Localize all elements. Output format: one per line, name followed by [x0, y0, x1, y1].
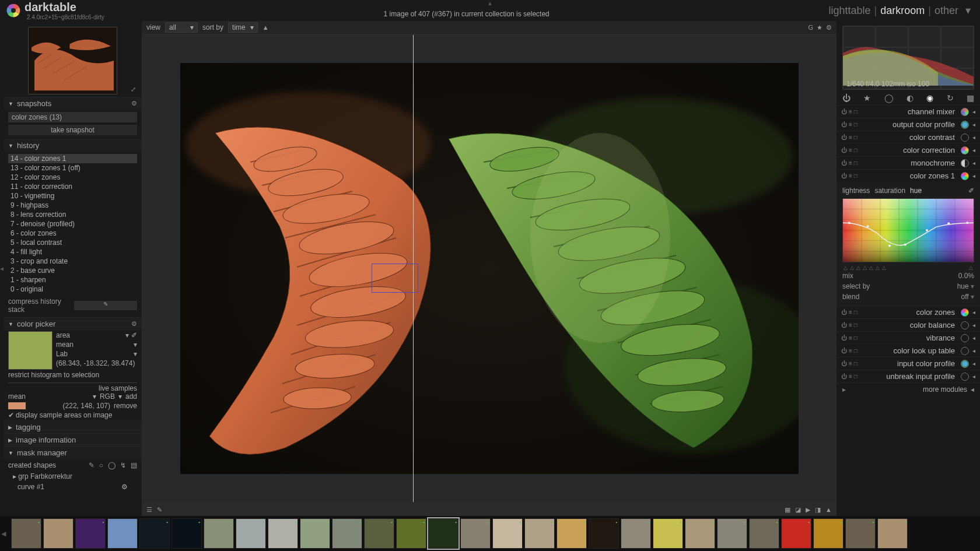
module-multi-icon[interactable]: ≡: [849, 134, 852, 141]
compress-history-button[interactable]: compress history stack: [8, 297, 72, 314]
module-switch-icon[interactable]: ⏻: [841, 147, 847, 153]
color-assessment-icon[interactable]: ▦: [785, 506, 790, 514]
modgroup-effect-icon[interactable]: ▦: [967, 93, 974, 103]
mask-manager-toggle[interactable]: ▼: [8, 450, 13, 456]
module-switch-icon[interactable]: ⏻: [841, 348, 847, 354]
filmstrip-thumb[interactable]: •: [75, 518, 106, 549]
add-sample-button[interactable]: add: [125, 392, 137, 401]
raw-overexposed-icon[interactable]: ◪: [795, 506, 801, 514]
module-expand-arrow[interactable]: ◂: [972, 108, 975, 115]
module-row[interactable]: ⏻≡□color balance◂: [836, 318, 980, 331]
color-picker-toggle[interactable]: ▼: [8, 321, 13, 327]
filmstrip-thumb[interactable]: •: [396, 518, 426, 549]
snapshots-gear-icon[interactable]: ⚙: [131, 100, 137, 107]
remove-sample-button[interactable]: remove: [114, 402, 137, 410]
take-snapshot-button[interactable]: take snapshot: [8, 125, 137, 135]
nav-thumbnail[interactable]: [28, 27, 117, 94]
sample-mode-select[interactable]: RGB: [100, 392, 115, 401]
module-expand-arrow[interactable]: ◂: [972, 360, 975, 367]
sample-stat-select[interactable]: mean: [8, 392, 89, 401]
filmstrip-thumb[interactable]: •: [460, 518, 491, 549]
module-multi-icon[interactable]: ≡: [849, 121, 852, 128]
picker-stat-select[interactable]: mean: [56, 341, 131, 349]
module-multi-icon[interactable]: ≡: [849, 360, 852, 367]
image-canvas[interactable]: [143, 35, 835, 502]
module-multi-icon[interactable]: ≡: [849, 173, 852, 179]
history-item[interactable]: 1 - sharpen: [8, 275, 137, 285]
cz-selectby-select[interactable]: hue: [957, 282, 974, 290]
gamut-check-icon[interactable]: ▲: [825, 506, 832, 513]
module-reset-icon[interactable]: □: [854, 121, 858, 128]
filmstrip-thumb[interactable]: •: [107, 518, 138, 549]
module-switch-icon[interactable]: ⏻: [841, 121, 847, 128]
filmstrip-thumb[interactable]: •: [364, 518, 394, 549]
cz-tab-lightness[interactable]: lightness: [842, 187, 870, 195]
history-item[interactable]: 11 - color correction: [8, 182, 137, 191]
module-row[interactable]: ⏻≡□color zones◂: [836, 306, 980, 318]
module-switch-icon[interactable]: ⏻: [841, 108, 847, 115]
cz-tab-hue[interactable]: hue: [910, 187, 922, 195]
color-zones-graph[interactable]: [842, 198, 974, 262]
module-reset-icon[interactable]: □: [854, 322, 858, 328]
star-filter-icon[interactable]: ★: [817, 24, 822, 31]
module-row[interactable]: ⏻≡□channel mixer◂: [836, 105, 980, 118]
filmstrip-thumb[interactable]: •: [236, 518, 266, 549]
filmstrip-thumb[interactable]: •: [749, 518, 779, 549]
module-switch-icon[interactable]: ⏻: [841, 173, 847, 179]
module-multi-icon[interactable]: ≡: [849, 348, 852, 354]
color-picker-rect[interactable]: [372, 264, 418, 293]
sortby-select[interactable]: time▾: [228, 22, 258, 33]
module-expand-arrow[interactable]: ◂: [972, 335, 975, 341]
history-item[interactable]: 6 - color zones: [8, 229, 137, 238]
histogram[interactable]: 1/640 f/4.0 102mm iso 100: [842, 26, 974, 90]
group-icon[interactable]: G: [808, 24, 813, 31]
mask-gradient-icon[interactable]: ▤: [131, 461, 137, 469]
module-switch-icon[interactable]: ⏻: [841, 360, 847, 367]
history-item[interactable]: 2 - base curve: [8, 266, 137, 275]
mask-group-item[interactable]: ▸ grp Farbkorrektur: [4, 471, 142, 482]
filmstrip-thumb[interactable]: •: [524, 518, 555, 549]
modgroup-basic-icon[interactable]: ◯: [884, 93, 894, 103]
filmstrip-thumb[interactable]: •: [589, 518, 619, 549]
view-other-dropdown[interactable]: ▾: [962, 4, 974, 17]
picker-eyedropper-icon[interactable]: ✐: [131, 331, 137, 339]
history-toggle[interactable]: ▼: [8, 143, 13, 149]
filmstrip-thumb[interactable]: •: [653, 518, 683, 549]
filmstrip-thumb[interactable]: •: [172, 518, 202, 549]
history-item[interactable]: 14 - color zones 1: [8, 154, 137, 163]
history-item[interactable]: 5 - local contrast: [8, 238, 137, 247]
module-reset-icon[interactable]: □: [854, 335, 858, 341]
module-reset-icon[interactable]: □: [854, 108, 858, 115]
modgroup-active-icon[interactable]: ⏻: [842, 93, 850, 103]
cz-mix-slider[interactable]: 0.0%: [958, 272, 974, 280]
filmstrip-thumb[interactable]: •: [268, 518, 298, 549]
module-reset-icon[interactable]: □: [854, 373, 858, 380]
module-switch-icon[interactable]: ⏻: [841, 160, 847, 166]
module-multi-icon[interactable]: ≡: [849, 322, 852, 328]
filmstrip-thumb[interactable]: •: [813, 518, 844, 549]
restrict-histogram-label[interactable]: restrict histogram to selection: [8, 370, 137, 380]
module-expand-arrow[interactable]: ◂: [972, 160, 975, 166]
view-other[interactable]: other: [935, 5, 958, 17]
filmstrip-thumb[interactable]: •: [877, 518, 908, 549]
mask-brush-icon[interactable]: ✎: [89, 461, 94, 469]
module-row[interactable]: ⏻≡□color zones 1◂: [836, 169, 980, 182]
top-collapse-arrow[interactable]: ▲: [487, 0, 493, 6]
filmstrip-thumb[interactable]: •: [139, 518, 170, 549]
mask-curve-item[interactable]: curve #1⚙: [4, 482, 142, 492]
module-switch-icon[interactable]: ⏻: [841, 134, 847, 141]
module-expand-arrow[interactable]: ◂: [972, 373, 975, 380]
history-item[interactable]: 9 - highpass: [8, 201, 137, 210]
module-row[interactable]: ⏻≡□output color profile◂: [836, 118, 980, 131]
more-modules-toggle-icon[interactable]: ▸: [842, 385, 846, 394]
mask-circle-icon[interactable]: ○: [99, 461, 103, 469]
history-item[interactable]: 7 - denoise (profiled): [8, 219, 137, 229]
quick-presets-icon[interactable]: ☰: [146, 506, 152, 514]
history-item[interactable]: 8 - lens correction: [8, 210, 137, 219]
filmstrip-thumb[interactable]: •: [556, 518, 587, 549]
picker-space-select[interactable]: Lab: [56, 350, 131, 358]
module-reset-icon[interactable]: □: [854, 348, 858, 354]
module-multi-icon[interactable]: ≡: [849, 108, 852, 115]
module-multi-icon[interactable]: ≡: [849, 160, 852, 166]
view-darkroom[interactable]: darkroom: [880, 5, 925, 17]
